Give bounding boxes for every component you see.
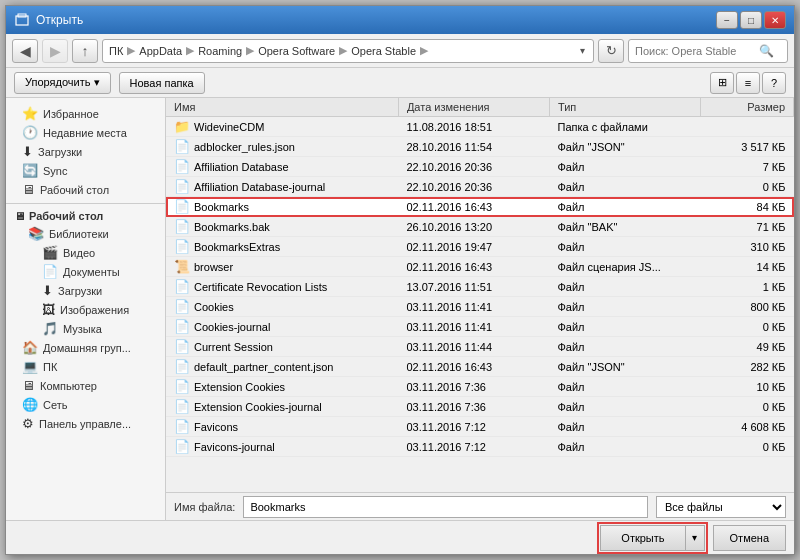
file-type-cell: Файл xyxy=(549,157,700,177)
file-icon: 📁 xyxy=(174,119,190,134)
file-type-cell: Файл "BAK" xyxy=(549,217,700,237)
search-icon: 🔍 xyxy=(759,44,774,58)
view-btn-1[interactable]: ⊞ xyxy=(710,72,734,94)
forward-button[interactable]: ▶ xyxy=(42,39,68,63)
sidebar-item-libraries[interactable]: 📚 Библиотеки xyxy=(6,224,165,243)
refresh-button[interactable]: ↻ xyxy=(598,39,624,63)
table-row[interactable]: 📄Extension Cookies03.11.2016 7:36Файл10 … xyxy=(166,377,794,397)
desktop-header-icon: 🖥 xyxy=(14,210,25,222)
address-bar[interactable]: ПК ▶ AppData ▶ Roaming ▶ Opera Software … xyxy=(102,39,594,63)
file-size-cell: 3 517 КБ xyxy=(701,137,794,157)
file-list-body: 📁WidevineCDM11.08.2016 18:51Папка с файл… xyxy=(166,117,794,457)
table-row[interactable]: 📄Current Session03.11.2016 11:44Файл49 К… xyxy=(166,337,794,357)
sidebar-item-music[interactable]: 🎵 Музыка xyxy=(6,319,165,338)
organize-button[interactable]: Упорядочить ▾ xyxy=(14,72,111,94)
sidebar-item-homegroup[interactable]: 🏠 Домашняя груп... xyxy=(6,338,165,357)
title-bar: Открыть − □ ✕ xyxy=(6,6,794,34)
sidebar-item-pc[interactable]: 💻 ПК xyxy=(6,357,165,376)
file-name-cell: 📄Bookmarks xyxy=(166,197,398,217)
file-size-cell: 7 КБ xyxy=(701,157,794,177)
sidebar-item-control-panel[interactable]: ⚙ Панель управле... xyxy=(6,414,165,433)
sidebar-item-desktop-fav[interactable]: 🖥 Рабочий стол xyxy=(6,180,165,199)
computer-icon: 🖥 xyxy=(22,378,35,393)
back-button[interactable]: ◀ xyxy=(12,39,38,63)
sidebar-item-sync[interactable]: 🔄 Sync xyxy=(6,161,165,180)
table-row[interactable]: 📄default_partner_content.json02.11.2016 … xyxy=(166,357,794,377)
main-area: ⭐ Избранное 🕐 Недавние места ⬇ Загрузки … xyxy=(6,98,794,520)
table-row[interactable]: 📄Affiliation Database-journal22.10.2016 … xyxy=(166,177,794,197)
pc-icon: 💻 xyxy=(22,359,38,374)
new-folder-button[interactable]: Новая папка xyxy=(119,72,205,94)
file-icon: 📄 xyxy=(174,219,190,234)
breadcrumb-opera-software[interactable]: Opera Software xyxy=(258,45,335,57)
sidebar-item-downloads[interactable]: ⬇ Загрузки xyxy=(6,142,165,161)
sidebar-item-network[interactable]: 🌐 Сеть xyxy=(6,395,165,414)
help-button[interactable]: ? xyxy=(762,72,786,94)
file-date-cell: 28.10.2016 11:54 xyxy=(398,137,549,157)
table-row[interactable]: 📄BookmarksExtras02.11.2016 19:47Файл310 … xyxy=(166,237,794,257)
sidebar-desktop-group: 🖥 Рабочий стол 📚 Библиотеки 🎬 Видео 📄 До… xyxy=(6,208,165,433)
address-dropdown[interactable]: ▾ xyxy=(578,45,587,56)
table-row[interactable]: 📄Bookmarks02.11.2016 16:43Файл84 КБ xyxy=(166,197,794,217)
network-icon: 🌐 xyxy=(22,397,38,412)
search-bar[interactable]: 🔍 xyxy=(628,39,788,63)
table-row[interactable]: 📄adblocker_rules.json28.10.2016 11:54Фай… xyxy=(166,137,794,157)
file-type-cell: Файл xyxy=(549,417,700,437)
table-row[interactable]: 📄Extension Cookies-journal03.11.2016 7:3… xyxy=(166,397,794,417)
file-date-cell: 03.11.2016 11:44 xyxy=(398,337,549,357)
action-bar: Упорядочить ▾ Новая папка ⊞ ≡ ? xyxy=(6,68,794,98)
view-btn-2[interactable]: ≡ xyxy=(736,72,760,94)
file-icon: 📄 xyxy=(174,179,190,194)
column-header-size[interactable]: Размер xyxy=(701,98,794,117)
file-date-cell: 03.11.2016 7:12 xyxy=(398,437,549,457)
table-row[interactable]: 📄Favicons03.11.2016 7:12Файл4 608 КБ xyxy=(166,417,794,437)
filename-input[interactable] xyxy=(243,496,648,518)
search-input[interactable] xyxy=(635,45,755,57)
maximize-button[interactable]: □ xyxy=(740,11,762,29)
up-button[interactable]: ↑ xyxy=(72,39,98,63)
sidebar-item-images[interactable]: 🖼 Изображения xyxy=(6,300,165,319)
filetype-select[interactable]: Все файлы xyxy=(656,496,786,518)
open-button[interactable]: Открыть xyxy=(600,525,684,551)
file-icon: 📄 xyxy=(174,199,190,214)
sidebar-item-recent[interactable]: 🕐 Недавние места xyxy=(6,123,165,142)
file-name-cell: 📄BookmarksExtras xyxy=(166,237,398,257)
file-icon: 📄 xyxy=(174,379,190,394)
sidebar-item-desktop-header[interactable]: 🖥 Рабочий стол xyxy=(6,208,165,224)
table-row[interactable]: 📄Affiliation Database22.10.2016 20:36Фай… xyxy=(166,157,794,177)
table-row[interactable]: 📜browser02.11.2016 16:43Файл сценария JS… xyxy=(166,257,794,277)
table-row[interactable]: 📄Certificate Revocation Lists13.07.2016 … xyxy=(166,277,794,297)
file-date-cell: 02.11.2016 16:43 xyxy=(398,197,549,217)
sync-icon: 🔄 xyxy=(22,163,38,178)
sidebar-item-downloads2[interactable]: ⬇ Загрузки xyxy=(6,281,165,300)
table-row[interactable]: 📁WidevineCDM11.08.2016 18:51Папка с файл… xyxy=(166,117,794,137)
breadcrumb-opera-stable[interactable]: Opera Stable xyxy=(351,45,416,57)
sidebar-item-documents[interactable]: 📄 Документы xyxy=(6,262,165,281)
column-header-date[interactable]: Дата изменения xyxy=(398,98,549,117)
column-header-type[interactable]: Тип xyxy=(549,98,700,117)
breadcrumb-appdata[interactable]: AppData xyxy=(139,45,182,57)
close-button[interactable]: ✕ xyxy=(764,11,786,29)
minimize-button[interactable]: − xyxy=(716,11,738,29)
table-row[interactable]: 📄Bookmarks.bak26.10.2016 13:20Файл "BAK"… xyxy=(166,217,794,237)
cancel-button[interactable]: Отмена xyxy=(713,525,786,551)
sidebar-item-izbrannoye[interactable]: ⭐ Избранное xyxy=(6,104,165,123)
video-icon: 🎬 xyxy=(42,245,58,260)
table-row[interactable]: 📄Cookies03.11.2016 11:41Файл800 КБ xyxy=(166,297,794,317)
content-area: Имя Дата изменения Тип Размер 📁WidevineC… xyxy=(166,98,794,520)
file-type-cell: Папка с файлами xyxy=(549,117,700,137)
table-row[interactable]: 📄Favicons-journal03.11.2016 7:12Файл0 КБ xyxy=(166,437,794,457)
file-size-cell: 71 КБ xyxy=(701,217,794,237)
file-icon: 📄 xyxy=(174,139,190,154)
breadcrumb-pc[interactable]: ПК xyxy=(109,45,123,57)
open-dropdown-button[interactable]: ▾ xyxy=(685,525,705,551)
file-type-cell: Файл xyxy=(549,317,700,337)
sidebar-item-video[interactable]: 🎬 Видео xyxy=(6,243,165,262)
file-size-cell: 84 КБ xyxy=(701,197,794,217)
breadcrumb-roaming[interactable]: Roaming xyxy=(198,45,242,57)
table-row[interactable]: 📄Cookies-journal03.11.2016 11:41Файл0 КБ xyxy=(166,317,794,337)
sidebar-item-computer[interactable]: 🖥 Компьютер xyxy=(6,376,165,395)
file-size-cell xyxy=(701,117,794,137)
file-date-cell: 03.11.2016 7:36 xyxy=(398,397,549,417)
column-header-name[interactable]: Имя xyxy=(166,98,398,117)
